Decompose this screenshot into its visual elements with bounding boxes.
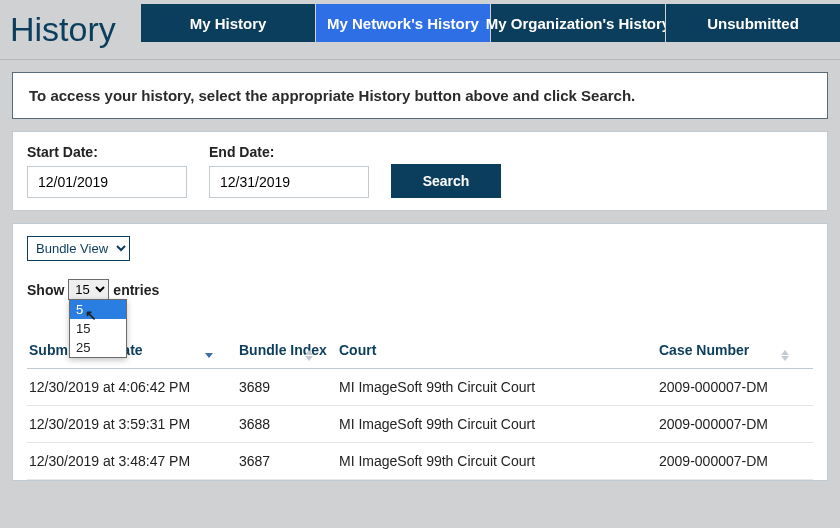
show-label: Show (27, 282, 64, 298)
entries-label: entries (113, 282, 159, 298)
tab-unsubmitted[interactable]: Unsubmitted (665, 4, 840, 42)
results-table: Submission Date Bundle Index Court Case … (27, 334, 813, 480)
col-case-label: Case Number (659, 342, 749, 358)
entries-control: Show 15 entries 51525 ↖ (27, 279, 813, 300)
end-date-input[interactable] (209, 166, 369, 198)
start-date-label: Start Date: (27, 144, 187, 160)
cell-court: MI ImageSoft 99th Circuit Court (337, 369, 657, 406)
start-date-input[interactable] (27, 166, 187, 198)
entries-option-5[interactable]: 5 (70, 300, 126, 319)
tab-my-network-s-history[interactable]: My Network's History (315, 4, 490, 42)
col-case-number[interactable]: Case Number (657, 334, 813, 369)
cell-bundle: 3689 (237, 369, 337, 406)
cell-court: MI ImageSoft 99th Circuit Court (337, 443, 657, 480)
entries-select[interactable]: 15 (68, 279, 109, 300)
cell-case: 2009-000007-DM (657, 443, 813, 480)
cell-case: 2009-000007-DM (657, 369, 813, 406)
cell-court: MI ImageSoft 99th Circuit Court (337, 406, 657, 443)
col-court-label: Court (339, 342, 376, 358)
sort-icon (305, 348, 315, 362)
tabs: My HistoryMy Network's HistoryMy Organiz… (140, 0, 840, 59)
col-bundle-index[interactable]: Bundle Index (237, 334, 337, 369)
table-row[interactable]: 12/30/2019 at 3:48:47 PM3687MI ImageSoft… (27, 443, 813, 480)
view-select[interactable]: Bundle View (27, 236, 130, 261)
tab-my-organization-s-history[interactable]: My Organization's History (490, 4, 665, 42)
col-court[interactable]: Court (337, 334, 657, 369)
entries-dropdown: 51525 (69, 299, 127, 358)
sort-desc-icon (205, 348, 215, 362)
col-submission-date[interactable]: Submission Date (27, 334, 237, 369)
cell-submission: 12/30/2019 at 3:48:47 PM (27, 443, 237, 480)
cell-submission: 12/30/2019 at 4:06:42 PM (27, 369, 237, 406)
filter-bar: Start Date: End Date: Search (12, 131, 828, 211)
entries-option-25[interactable]: 25 (70, 338, 126, 357)
table-row[interactable]: 12/30/2019 at 3:59:31 PM3688MI ImageSoft… (27, 406, 813, 443)
results-panel: Bundle View Show 15 entries 51525 ↖ Subm… (12, 223, 828, 481)
cell-bundle: 3687 (237, 443, 337, 480)
tab-my-history[interactable]: My History (140, 4, 315, 42)
page-title: History (0, 0, 140, 59)
end-date-label: End Date: (209, 144, 369, 160)
cell-submission: 12/30/2019 at 3:59:31 PM (27, 406, 237, 443)
instruction-panel: To access your history, select the appro… (12, 72, 828, 119)
table-row[interactable]: 12/30/2019 at 4:06:42 PM3689MI ImageSoft… (27, 369, 813, 406)
cell-bundle: 3688 (237, 406, 337, 443)
cell-case: 2009-000007-DM (657, 406, 813, 443)
entries-option-15[interactable]: 15 (70, 319, 126, 338)
search-button[interactable]: Search (391, 164, 501, 198)
sort-icon (781, 348, 791, 362)
